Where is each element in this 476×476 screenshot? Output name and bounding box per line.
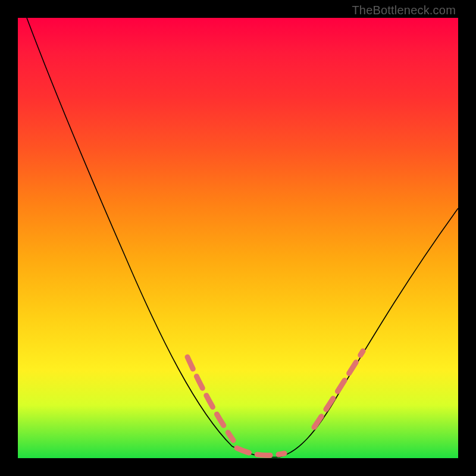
dash-left-descent — [187, 357, 233, 440]
bottleneck-curve-svg — [18, 18, 458, 458]
bottleneck-curve-path — [27, 18, 458, 458]
chart-frame: TheBottleneck.com — [0, 0, 476, 476]
dash-valley-bottom — [237, 448, 284, 455]
watermark-text: TheBottleneck.com — [352, 4, 456, 17]
dash-right-ascent — [314, 351, 363, 427]
